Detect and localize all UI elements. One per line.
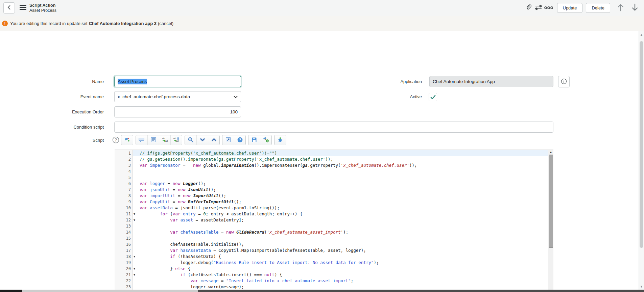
code-text — [140, 223, 553, 229]
open-fullscreen-button[interactable] — [222, 135, 234, 145]
active-checkbox[interactable] — [429, 93, 437, 101]
code-line-12[interactable]: 12▾ var asset = assetData[entry]; — [115, 217, 553, 223]
code-line-3[interactable]: 3var impersonator = new global.impersina… — [115, 162, 553, 168]
page-scrollbar[interactable]: ▲ ▼ — [639, 31, 644, 290]
svg-text:ab: ab — [162, 137, 165, 139]
code-line-1[interactable]: 1// if(gs.getProperty('x_chef_automate.c… — [115, 150, 553, 156]
fold-toggle-icon[interactable]: ▾ — [133, 272, 140, 278]
code-line-5[interactable]: 5 — [115, 175, 553, 181]
line-number: 16 — [115, 241, 133, 247]
editor-scrollbar-thumb[interactable] — [549, 155, 553, 248]
editor-help-icon: ? — [237, 137, 243, 144]
code-line-21[interactable]: 21▾ if (chefAssetsTable.insert() === nul… — [115, 272, 553, 278]
code-line-15[interactable]: 15 — [115, 235, 553, 241]
code-line-19[interactable]: 19 logger.debug("Business Rule Insert to… — [115, 260, 553, 266]
script-code-editor[interactable]: 1// if(gs.getProperty('x_chef_automate.c… — [115, 149, 553, 292]
name-input[interactable]: Asset Process — [114, 76, 241, 87]
code-line-17[interactable]: 17 var hasAssetData = CopyUtil.MapToImpo… — [115, 247, 553, 254]
attachment-button[interactable] — [523, 3, 533, 13]
code-text: } else { — [140, 266, 553, 272]
back-chevron-icon — [6, 5, 12, 11]
cancel-update-set-link[interactable]: (cancel) — [158, 21, 173, 26]
application-info-button[interactable] — [558, 76, 570, 87]
code-line-13[interactable]: 13 — [115, 223, 553, 229]
format-code-button[interactable] — [121, 135, 133, 145]
script-label: Script — [20, 136, 104, 145]
debug-button[interactable] — [275, 135, 286, 145]
save-button[interactable] — [248, 135, 260, 145]
page-scrollbar-thumb[interactable] — [640, 41, 643, 248]
svg-text:!: ! — [4, 22, 6, 26]
horizontal-scrollbar[interactable] — [0, 290, 644, 292]
format-code-icon — [124, 137, 130, 144]
svg-text:?: ? — [115, 138, 117, 142]
fold-gutter — [133, 175, 140, 181]
execution-order-label: Execution Order — [20, 106, 104, 117]
replace-button[interactable]: abac — [159, 135, 170, 145]
svg-text:ac: ac — [176, 140, 179, 142]
code-text: var CopyUtil = new BufferToImportUtil(); — [140, 199, 553, 205]
event-name-select[interactable]: x_chef_automate.chef.process.data — [114, 91, 241, 102]
script-help-button[interactable]: ? — [112, 136, 120, 144]
page-scroll-down-icon[interactable]: ▼ — [639, 285, 644, 288]
fold-gutter — [133, 284, 140, 290]
back-button[interactable] — [3, 2, 15, 14]
find-previous-button[interactable] — [208, 135, 219, 145]
code-line-18[interactable]: 18▾ if (!hasAssetData) { — [115, 254, 553, 260]
page-scroll-up-icon[interactable]: ▲ — [639, 33, 644, 36]
next-record-button[interactable] — [630, 3, 640, 13]
code-line-22[interactable]: 22 var message = "Insert failed into x_c… — [115, 278, 553, 284]
code-line-7[interactable]: 7var jsonUtil = new JsonUtil(); — [115, 187, 553, 193]
toggle-comment-button[interactable] — [136, 135, 147, 145]
code-line-20[interactable]: 20▾ } else { — [115, 266, 553, 272]
fold-gutter — [133, 193, 140, 199]
code-text: chefAssetsTable.initialize(); — [140, 241, 553, 247]
code-lines: 1// if(gs.getProperty('x_chef_automate.c… — [115, 150, 553, 292]
update-button[interactable]: Update — [557, 3, 583, 13]
warning-icon: ! — [2, 21, 8, 26]
code-line-2[interactable]: 2// gs.getSession().impersonate(gs.getPr… — [115, 156, 553, 162]
application-label: Application — [338, 76, 422, 87]
fold-gutter — [133, 181, 140, 187]
more-options-button[interactable] — [544, 3, 554, 13]
fold-gutter — [133, 229, 140, 235]
syntax-check-button[interactable] — [260, 135, 271, 145]
search-button[interactable] — [185, 135, 196, 145]
code-line-8[interactable]: 8var importUtil = new ImportUtil(); — [115, 193, 553, 199]
code-line-6[interactable]: 6var logger = new Logger(); — [115, 181, 553, 187]
editor-scrollbar[interactable]: ▲ ▼ — [548, 150, 553, 292]
horizontal-scrollbar-thumb[interactable] — [198, 290, 644, 292]
condition-script-input[interactable] — [114, 122, 553, 133]
fold-toggle-icon[interactable]: ▾ — [133, 254, 140, 260]
scroll-up-icon[interactable]: ▲ — [548, 150, 553, 154]
delete-button[interactable]: Delete — [586, 3, 610, 13]
personalize-form-button[interactable] — [533, 3, 544, 13]
line-number: 11 — [115, 211, 133, 217]
code-line-14[interactable]: 14 var chefAssetsTable = new GlideRecord… — [115, 229, 553, 235]
code-line-23[interactable]: 23 logger.warn(message); — [115, 284, 553, 290]
code-line-16[interactable]: 16 chefAssetsTable.initialize(); — [115, 241, 553, 247]
fold-gutter — [133, 156, 140, 162]
horizontal-scrollbar-segment[interactable] — [0, 290, 22, 292]
fold-toggle-icon[interactable]: ▾ — [133, 217, 140, 223]
hamburger-menu-icon — [19, 4, 27, 11]
code-line-11[interactable]: 11▾ for (var entry = 0; entry < assetDat… — [115, 211, 553, 217]
fold-toggle-icon[interactable]: ▾ — [133, 266, 140, 272]
code-line-4[interactable]: 4 — [115, 168, 553, 175]
find-next-button[interactable] — [196, 135, 208, 145]
code-text: logger.debug("Business Rule Insert to As… — [140, 260, 553, 266]
horizontal-scrollbar-track[interactable] — [22, 290, 198, 292]
execution-order-input[interactable] — [114, 106, 241, 117]
editor-help-button[interactable]: ? — [234, 135, 245, 145]
condition-script-label: Condition script — [20, 122, 104, 133]
fold-toggle-icon[interactable]: ▾ — [133, 211, 140, 217]
menu-button[interactable] — [18, 3, 28, 13]
previous-record-button[interactable] — [616, 3, 626, 13]
line-number: 21 — [115, 272, 133, 278]
code-line-9[interactable]: 9var CopyUtil = new BufferToImportUtil()… — [115, 199, 553, 205]
fold-gutter — [133, 162, 140, 168]
line-number: 12 — [115, 217, 133, 223]
replace-all-button[interactable]: abac — [170, 135, 182, 145]
format-document-button[interactable] — [147, 135, 159, 145]
code-line-10[interactable]: 10var assetData = jsonUtil.parse(event.p… — [115, 205, 553, 211]
